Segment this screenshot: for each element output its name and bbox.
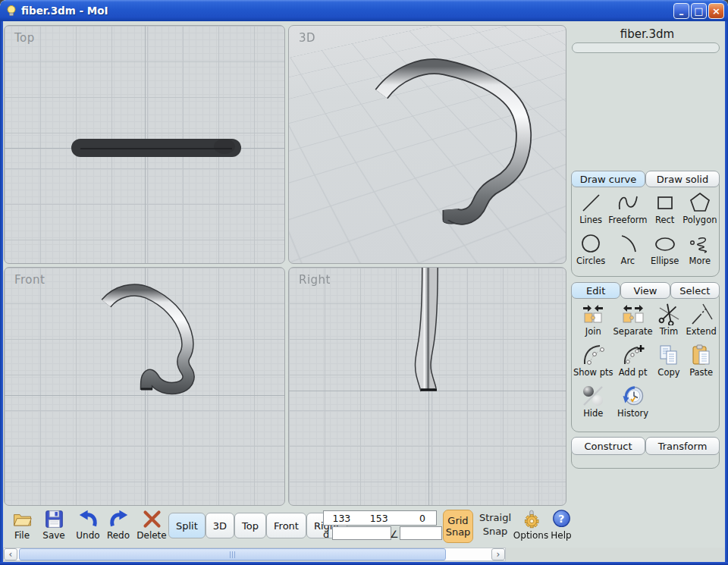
- bottom-toolbar: File Save Undo: [3, 507, 725, 548]
- view-button-top[interactable]: Top: [234, 513, 266, 538]
- chevron-left-icon: ‹: [9, 549, 13, 560]
- scroll-right-button[interactable]: ›: [491, 548, 505, 560]
- floppy-disk-icon: [44, 509, 64, 529]
- tube-3d-view: [289, 26, 566, 264]
- tool-polygon[interactable]: Polygon: [682, 191, 717, 225]
- angle-input[interactable]: [400, 526, 442, 540]
- app-lightbulb-icon: [5, 5, 17, 17]
- distance-label: d: [323, 529, 329, 540]
- paste-clipboard-icon: [690, 344, 713, 366]
- viewport-label: Front: [14, 273, 45, 287]
- arc-icon: [617, 232, 639, 255]
- scrollbar-thumb[interactable]: [19, 548, 446, 560]
- grid-snap-toggle[interactable]: Grid Snap: [443, 510, 473, 543]
- tab-construct[interactable]: Construct: [571, 437, 645, 455]
- horizontal-scrollbar: ‹ ›: [3, 548, 725, 562]
- window-border-left: [0, 21, 3, 565]
- maximize-button[interactable]: □: [691, 3, 707, 19]
- tab-draw-solid[interactable]: Draw solid: [645, 171, 720, 187]
- tab-transform[interactable]: Transform: [645, 437, 720, 455]
- folder-icon: [12, 509, 33, 529]
- tool-ellipse[interactable]: Ellipse: [647, 232, 682, 266]
- draw-panel: Lines Freeform Rect Polygon Circles: [571, 178, 720, 277]
- circle-icon: [579, 232, 602, 255]
- minimize-button[interactable]: –: [673, 3, 689, 19]
- view-buttons: Split 3D Top Front Right: [168, 513, 347, 538]
- history-clock-icon: [622, 385, 645, 407]
- tab-view[interactable]: View: [620, 282, 670, 299]
- scroll-left-button[interactable]: ‹: [4, 548, 17, 560]
- distance-input[interactable]: [332, 526, 391, 540]
- options-button[interactable]: Options: [513, 509, 549, 541]
- tool-copy[interactable]: Copy: [653, 344, 686, 378]
- save-button[interactable]: Save: [39, 509, 68, 541]
- window-border-bottom: [0, 562, 728, 565]
- tool-show-pts[interactable]: Show pts: [573, 344, 613, 378]
- grip-icon: [230, 551, 237, 558]
- straight-snap-toggle[interactable]: Straigl Snap: [476, 511, 514, 538]
- rectangle-icon: [654, 191, 676, 214]
- viewport-label: Top: [14, 31, 35, 45]
- redo-button[interactable]: Redo: [105, 509, 132, 541]
- tool-circles[interactable]: Circles: [573, 232, 608, 266]
- edit-panel: Join Separate: [571, 290, 720, 432]
- tool-trim[interactable]: Trim: [653, 303, 686, 337]
- tool-lines[interactable]: Lines: [573, 191, 608, 225]
- viewport-front[interactable]: Front: [4, 267, 285, 506]
- close-button[interactable]: ×: [708, 3, 724, 19]
- show-points-icon: [582, 344, 604, 366]
- tool-join[interactable]: Join: [573, 303, 613, 337]
- tool-add-pt[interactable]: Add pt: [613, 344, 653, 378]
- gear-icon: [521, 509, 541, 529]
- tool-arc[interactable]: Arc: [608, 232, 647, 266]
- file-button[interactable]: File: [8, 509, 36, 541]
- line-icon: [579, 191, 602, 214]
- title-bar[interactable]: fiber.3dm - MoI – □ ×: [0, 0, 728, 21]
- viewport-right[interactable]: Right: [288, 267, 566, 506]
- tool-more[interactable]: More: [682, 232, 717, 266]
- bottom-panel-tabs: Construct Transform: [571, 437, 720, 455]
- viewport-label: 3D: [299, 31, 315, 45]
- separate-icon: [622, 303, 645, 325]
- viewport-top[interactable]: Top: [4, 25, 285, 264]
- status-bar-empty: [572, 42, 720, 53]
- delete-button[interactable]: Delete: [135, 509, 168, 541]
- coord-z: 0: [399, 513, 436, 524]
- sidebar: fiber.3dm Lines Freeform Rect: [570, 23, 725, 548]
- undo-arrow-icon: [78, 509, 99, 529]
- undo-button[interactable]: Undo: [74, 509, 102, 541]
- viewport-label: Right: [299, 273, 331, 287]
- join-icon: [582, 303, 604, 325]
- view-button-front[interactable]: Front: [266, 513, 306, 538]
- window-title: fiber.3dm - MoI: [21, 5, 108, 17]
- coordinate-readout: 133 153 0: [323, 510, 437, 526]
- tool-rect[interactable]: Rect: [647, 191, 682, 225]
- tab-edit[interactable]: Edit: [571, 282, 620, 299]
- coord-x: 133: [324, 513, 361, 524]
- tool-paste[interactable]: Paste: [685, 344, 717, 378]
- tab-select[interactable]: Select: [670, 282, 720, 299]
- tool-hide[interactable]: Hide: [573, 385, 613, 419]
- ellipse-icon: [654, 232, 676, 255]
- angle-label: ∠: [390, 529, 399, 540]
- viewport-3d[interactable]: 3D: [288, 25, 566, 264]
- extend-icon: [690, 303, 713, 325]
- tube-front-view: [5, 268, 285, 506]
- tool-history[interactable]: History: [613, 385, 653, 419]
- tool-separate[interactable]: Separate: [613, 303, 653, 337]
- tool-freeform[interactable]: Freeform: [608, 191, 647, 225]
- help-button[interactable]: ? Help: [548, 509, 575, 541]
- freeform-curve-icon: [617, 191, 639, 214]
- tube-top-view: [5, 26, 285, 264]
- copy-icon: [657, 344, 680, 366]
- tool-extend[interactable]: Extend: [685, 303, 717, 337]
- hide-spheres-icon: [582, 385, 604, 407]
- draw-panel-tabs: Draw curve Draw solid: [571, 171, 720, 187]
- app-window: fiber.3dm - MoI – □ × Top: [0, 0, 728, 565]
- chevron-right-icon: ›: [497, 549, 500, 560]
- tube-right-view: [289, 268, 566, 506]
- view-button-3d[interactable]: 3D: [206, 513, 234, 538]
- tab-draw-curve[interactable]: Draw curve: [571, 171, 645, 187]
- view-button-split[interactable]: Split: [168, 513, 206, 538]
- edit-panel-tabs: Edit View Select: [571, 282, 720, 299]
